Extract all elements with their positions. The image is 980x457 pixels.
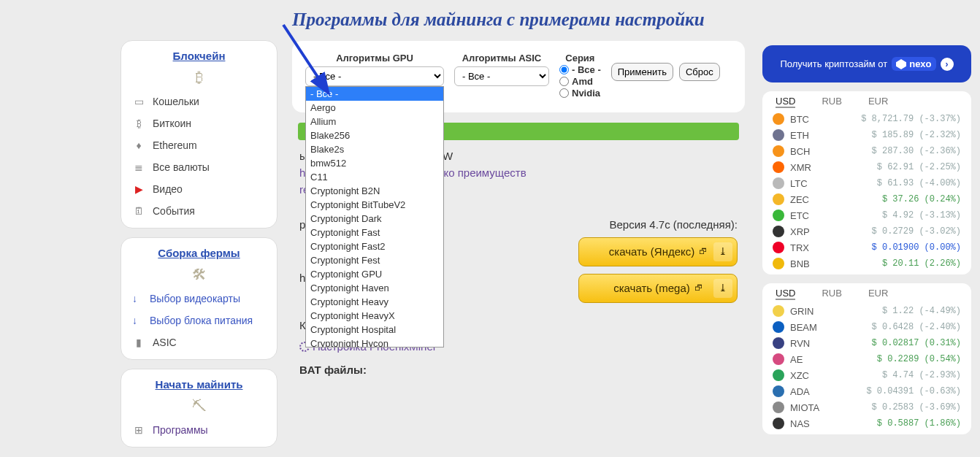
rate-row[interactable]: LTC$ 61.93 (-4.00%) <box>762 175 971 191</box>
rates-card-primary: USD RUB EUR BTC$ 8,721.79 (-3.37%)ETH$ 1… <box>762 91 971 274</box>
left-sidebar: Блокчейн ₿ ▭Кошельки ₿Биткоин ♦Ethereum … <box>120 40 277 456</box>
tab-usd[interactable]: USD <box>776 288 795 300</box>
dropdown-option[interactable]: Cryptonight Fast2 <box>306 239 443 253</box>
tab-rub[interactable]: RUB <box>822 288 841 300</box>
bat-files-label: BAT файлы: <box>299 361 738 378</box>
sidebar-item-label: События <box>153 205 195 217</box>
radio-input[interactable] <box>559 88 569 98</box>
dropdown-option[interactable]: Aergo <box>306 101 443 115</box>
rate-row[interactable]: XRP$ 0.2729 (-3.02%) <box>762 223 971 239</box>
rate-value: $ 0.2729 (-3.02%) <box>872 226 961 237</box>
sidebar-item-all-currencies[interactable]: ≣Все валюты <box>121 156 277 178</box>
sidebar-item-label: Кошельки <box>153 96 199 107</box>
currency-tabs: USD RUB EUR <box>762 288 971 303</box>
coin-icon <box>773 161 784 173</box>
rate-row[interactable]: ETC$ 4.92 (-3.13%) <box>762 207 971 223</box>
rate-value: $ 0.6428 (-2.40%) <box>872 322 961 332</box>
download-yandex-button[interactable]: скачать (Яндекс)🗗 ⤓ <box>578 237 738 266</box>
sidebar-item-bitcoin[interactable]: ₿Биткоин <box>121 112 277 134</box>
chip-icon: ▮ <box>132 337 145 348</box>
stack-icon: ≣ <box>132 161 145 173</box>
asic-algorithm-select[interactable]: - Все - <box>454 66 549 86</box>
tab-eur[interactable]: EUR <box>868 96 888 108</box>
coin-symbol: XMR <box>790 162 811 173</box>
arrow-down-icon: ↓ <box>132 315 142 326</box>
sidebar-item-video[interactable]: ▶Видео <box>121 178 277 200</box>
rate-row[interactable]: RVN$ 0.02817 (0.31%) <box>762 335 971 351</box>
rate-row[interactable]: BCH$ 287.30 (-2.36%) <box>762 143 971 159</box>
coin-icon <box>773 210 784 221</box>
download-mega-button[interactable]: скачать (mega)🗗 ⤓ <box>578 274 738 303</box>
rate-value: $ 4.74 (-2.93%) <box>882 370 961 380</box>
sidebar-item-label: Выбор видеокарты <box>150 293 240 304</box>
coin-symbol: ADA <box>790 386 810 397</box>
dropdown-option[interactable]: Cryptonight Fest <box>306 253 443 267</box>
tab-rub[interactable]: RUB <box>822 96 841 108</box>
rate-row[interactable]: NAS$ 0.5887 (1.86%) <box>762 415 971 431</box>
sidebar-item-events[interactable]: 🗓События <box>121 200 277 222</box>
dropdown-option[interactable]: - Все - <box>306 87 443 101</box>
rate-row[interactable]: BNB$ 20.11 (2.26%) <box>762 256 971 272</box>
rate-row[interactable]: BEAM$ 0.6428 (-2.40%) <box>762 319 971 335</box>
rate-value: $ 8,721.79 (-3.37%) <box>861 114 961 124</box>
rate-row[interactable]: XZC$ 4.74 (-2.93%) <box>762 367 971 383</box>
series-radio-amd[interactable]: Amd <box>559 76 601 87</box>
reset-button[interactable]: Сброс <box>679 63 720 81</box>
sidebar-item-ethereum[interactable]: ♦Ethereum <box>121 134 277 156</box>
coin-symbol: LTC <box>790 178 808 189</box>
dropdown-option[interactable]: Blake2s <box>306 142 443 156</box>
dropdown-option[interactable]: C11 <box>306 170 443 184</box>
sidebar-item-gpu-select[interactable]: ↓Выбор видеокарты <box>121 288 277 310</box>
sidebar-title[interactable]: Сборка фермы <box>121 244 277 264</box>
gpu-algorithm-dropdown[interactable]: - Все -AergoAlliumBlake256Blake2sbmw512C… <box>305 86 444 347</box>
rate-row[interactable]: GRIN$ 1.22 (-4.49%) <box>762 303 971 319</box>
dropdown-option[interactable]: Cryptonight Dark <box>306 212 443 226</box>
gpu-algorithm-select[interactable]: - Все - <box>305 66 444 86</box>
tab-eur[interactable]: EUR <box>868 288 888 300</box>
dropdown-option[interactable]: Cryptonight HeavyX <box>306 309 443 323</box>
dropdown-option[interactable]: Cryptonight BitTubeV2 <box>306 198 443 212</box>
series-radio-nvidia[interactable]: Nvidia <box>559 88 601 99</box>
arrow-down-icon: ↓ <box>132 293 142 304</box>
dropdown-option[interactable]: Cryptonight Heavy <box>306 295 443 309</box>
dropdown-option[interactable]: Blake256 <box>306 128 443 142</box>
sidebar-item-asic[interactable]: ▮ASIC <box>121 331 277 353</box>
block-icon: ₿ <box>121 66 277 91</box>
rate-row[interactable]: TRX$ 0.01900 (0.00%) <box>762 239 971 256</box>
dropdown-option[interactable]: Allium <box>306 115 443 128</box>
rate-row[interactable]: XMR$ 62.91 (-2.25%) <box>762 159 971 175</box>
sidebar-item-programs[interactable]: ⊞Программы <box>121 419 277 441</box>
sidebar-title[interactable]: Начать майнить <box>121 375 277 395</box>
sidebar-title[interactable]: Блокчейн <box>121 47 277 66</box>
sidebar-item-label: Программы <box>153 424 208 436</box>
dropdown-option[interactable]: Cryptonight Hospital <box>306 323 443 337</box>
sidebar-block-start: Начать майнить ⛏ ⊞Программы <box>120 369 277 448</box>
sidebar-item-wallets[interactable]: ▭Кошельки <box>121 91 277 112</box>
rate-row[interactable]: MIOTA$ 0.2583 (-3.69%) <box>762 399 971 415</box>
dropdown-option[interactable]: Cryptonight Fast <box>306 226 443 239</box>
dropdown-option[interactable]: Cryptonight Hycon <box>306 337 443 347</box>
rate-value: $ 185.89 (-2.32%) <box>872 130 961 140</box>
rate-row[interactable]: BTC$ 8,721.79 (-3.37%) <box>762 111 971 127</box>
rate-value: $ 37.26 (0.24%) <box>882 194 961 204</box>
rate-value: $ 20.11 (2.26%) <box>882 258 961 269</box>
series-radio-all[interactable]: - Все - <box>559 64 601 75</box>
dropdown-option[interactable]: bmw512 <box>306 156 443 170</box>
dropdown-option[interactable]: Cryptonight Haven <box>306 281 443 295</box>
radio-input[interactable] <box>559 77 569 86</box>
rate-row[interactable]: AE$ 0.2289 (0.54%) <box>762 351 971 367</box>
dropdown-option[interactable]: Cryptonight GPU <box>306 267 443 281</box>
rate-value: $ 0.5887 (1.86%) <box>877 418 961 429</box>
coin-symbol: GRIN <box>790 306 814 317</box>
promo-text: Получить криптозайм от <box>780 58 887 69</box>
sidebar-item-psu-select[interactable]: ↓Выбор блока питания <box>121 310 277 331</box>
rate-row[interactable]: ETH$ 185.89 (-2.32%) <box>762 127 971 143</box>
svg-marker-1 <box>896 59 906 69</box>
rate-row[interactable]: ADA$ 0.04391 (-0.63%) <box>762 383 971 399</box>
rate-row[interactable]: ZEC$ 37.26 (0.24%) <box>762 191 971 207</box>
promo-banner[interactable]: Получить криптозайм от nexo › <box>762 45 971 82</box>
apply-button[interactable]: Применить <box>611 63 673 81</box>
radio-input[interactable] <box>559 65 569 74</box>
tab-usd[interactable]: USD <box>776 96 795 108</box>
dropdown-option[interactable]: Cryptonight B2N <box>306 184 443 198</box>
